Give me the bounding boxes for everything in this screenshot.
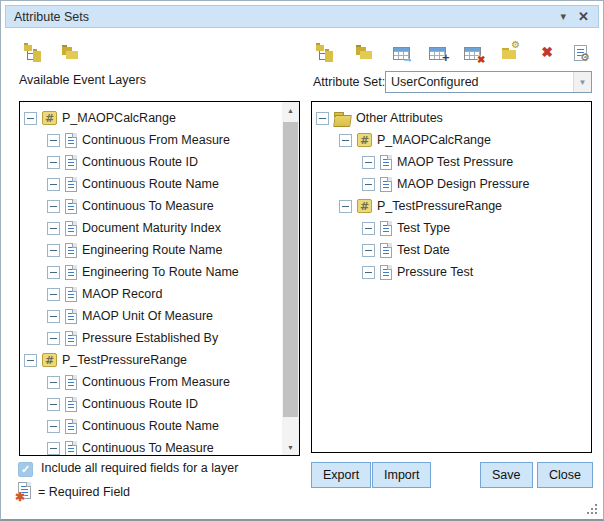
collapse-minus-icon[interactable] [362, 178, 375, 191]
tree-item-label: Continuous To Measure [82, 441, 214, 455]
tree-item-continuous-to-measure[interactable]: Continuous To Measure [20, 195, 282, 217]
scroll-down-icon[interactable]: ▼ [282, 439, 299, 455]
collapse-minus-icon[interactable] [47, 266, 60, 279]
close-icon[interactable]: ✕ [578, 10, 589, 23]
field-icon [65, 287, 77, 302]
dialog-title: Attribute Sets [6, 10, 89, 24]
attribute-set-dropdown[interactable]: UserConfigured ▼ [385, 71, 592, 93]
tree-item-label: Engineering To Route Name [82, 265, 239, 279]
attribute-set-label: Attribute Set: [313, 75, 385, 89]
field-icon [65, 419, 77, 434]
expand-attribute-set-tree-icon[interactable] [315, 42, 335, 62]
new-attribute-set-icon[interactable] [500, 42, 520, 62]
tree-item-continuous-route-id[interactable]: Continuous Route ID [20, 151, 282, 173]
remove-table-icon[interactable] [464, 47, 481, 60]
collapse-minus-icon[interactable] [362, 266, 375, 279]
tree-item-document-maturity-index[interactable]: Document Maturity Index [20, 217, 282, 239]
tree-item-pressure-established-by[interactable]: Pressure Established By [20, 327, 282, 349]
attribute-set-properties-icon[interactable] [574, 45, 587, 61]
collapse-minus-icon[interactable] [47, 288, 60, 301]
include-required-fields-label: Include all required fields for a layer [41, 461, 238, 475]
tree-item-p-testpressurerange[interactable]: P_TestPressureRange [20, 349, 282, 371]
tree-item-other-attributes[interactable]: Other Attributes [312, 107, 591, 129]
left-toolbar [23, 40, 80, 64]
attribute-set-tree: Other AttributesP_MAOPCalcRangeMAOP Test… [312, 102, 591, 452]
tree-item-continuous-from-measure[interactable]: Continuous From Measure [20, 371, 282, 393]
save-button[interactable]: Save [480, 462, 533, 488]
add-table-icon[interactable] [429, 47, 446, 60]
event-icon [357, 199, 372, 213]
collapse-minus-icon[interactable] [47, 420, 60, 433]
right-toolbar [315, 40, 587, 64]
collapse-minus-icon[interactable] [362, 244, 375, 257]
field-icon [65, 133, 77, 148]
dialog-titlebar[interactable]: Attribute Sets ▾ ✕ [5, 5, 599, 28]
collapse-minus-icon[interactable] [47, 332, 60, 345]
collapse-minus-icon[interactable] [339, 134, 352, 147]
collapse-minus-icon[interactable] [24, 112, 37, 125]
tree-item-test-date[interactable]: Test Date [312, 239, 591, 261]
tree-item-label: Continuous From Measure [82, 133, 230, 147]
collapse-minus-icon[interactable] [362, 156, 375, 169]
collapse-minus-icon[interactable] [47, 376, 60, 389]
collapse-event-layer-folders-icon[interactable] [60, 42, 80, 62]
collapse-minus-icon[interactable] [316, 112, 329, 125]
attribute-set-panel: Other AttributesP_MAOPCalcRangeMAOP Test… [311, 101, 592, 453]
dock-caret-icon[interactable]: ▾ [561, 11, 567, 22]
tree-item-maop-record[interactable]: MAOP Record [20, 283, 282, 305]
tree-item-label: Continuous From Measure [82, 375, 230, 389]
attribute-set-value: UserConfigured [386, 72, 573, 92]
field-icon [65, 243, 77, 258]
tree-item-engineering-to-route-name[interactable]: Engineering To Route Name [20, 261, 282, 283]
collapse-minus-icon[interactable] [47, 244, 60, 257]
tree-item-maop-design-pressure[interactable]: MAOP Design Pressure [312, 173, 591, 195]
collapse-minus-icon[interactable] [47, 398, 60, 411]
tree-item-label: Continuous Route Name [82, 177, 219, 191]
collapse-minus-icon[interactable] [362, 222, 375, 235]
collapse-minus-icon[interactable] [47, 442, 60, 455]
collapse-minus-icon[interactable] [47, 134, 60, 147]
required-field-legend: = Required Field [38, 485, 130, 499]
tree-item-label: P_TestPressureRange [377, 199, 502, 213]
tree-item-label: P_TestPressureRange [62, 353, 187, 367]
event-icon [42, 353, 57, 367]
vertical-scrollbar[interactable]: ▲ ▼ [282, 102, 299, 455]
export-table-icon[interactable] [393, 47, 410, 60]
scrollbar-thumb[interactable] [283, 122, 298, 417]
collapse-minus-icon[interactable] [339, 200, 352, 213]
tree-item-maop-unit-of-measure[interactable]: MAOP Unit Of Measure [20, 305, 282, 327]
scroll-up-icon[interactable]: ▲ [282, 102, 299, 118]
tree-item-p-maopcalcrange[interactable]: P_MAOPCalcRange [20, 107, 282, 129]
tree-item-test-type[interactable]: Test Type [312, 217, 591, 239]
tree-item-p-maopcalcrange[interactable]: P_MAOPCalcRange [312, 129, 591, 151]
required-asterisk-icon: ✱ [15, 490, 25, 504]
collapse-minus-icon[interactable] [47, 178, 60, 191]
collapse-minus-icon[interactable] [47, 200, 60, 213]
collapse-minus-icon[interactable] [47, 310, 60, 323]
tree-item-maop-test-pressure[interactable]: MAOP Test Pressure [312, 151, 591, 173]
delete-attribute-set-icon[interactable] [539, 42, 555, 62]
collapse-minus-icon[interactable] [47, 156, 60, 169]
tree-item-label: MAOP Unit Of Measure [82, 309, 213, 323]
collapse-minus-icon[interactable] [24, 354, 37, 367]
close-button[interactable]: Close [537, 462, 593, 488]
tree-item-p-testpressurerange[interactable]: P_TestPressureRange [312, 195, 591, 217]
include-required-fields-checkbox[interactable]: ✓ [18, 462, 33, 477]
dropdown-arrow-icon[interactable]: ▼ [573, 72, 591, 92]
tree-item-engineering-route-name[interactable]: Engineering Route Name [20, 239, 282, 261]
field-icon [65, 265, 77, 280]
tree-item-pressure-test[interactable]: Pressure Test [312, 261, 591, 283]
resize-grip[interactable] [586, 503, 597, 514]
import-button[interactable]: Import [372, 462, 431, 488]
tree-item-continuous-route-name[interactable]: Continuous Route Name [20, 415, 282, 437]
field-icon [380, 177, 392, 192]
tree-item-continuous-to-measure[interactable]: Continuous To Measure [20, 437, 282, 455]
field-icon [65, 331, 77, 346]
export-button[interactable]: Export [311, 462, 371, 488]
expand-event-layer-tree-icon[interactable] [23, 42, 43, 62]
collapse-minus-icon[interactable] [47, 222, 60, 235]
tree-item-continuous-from-measure[interactable]: Continuous From Measure [20, 129, 282, 151]
tree-item-continuous-route-name[interactable]: Continuous Route Name [20, 173, 282, 195]
tree-item-continuous-route-id[interactable]: Continuous Route ID [20, 393, 282, 415]
collapse-attribute-set-folders-icon[interactable] [354, 42, 374, 62]
